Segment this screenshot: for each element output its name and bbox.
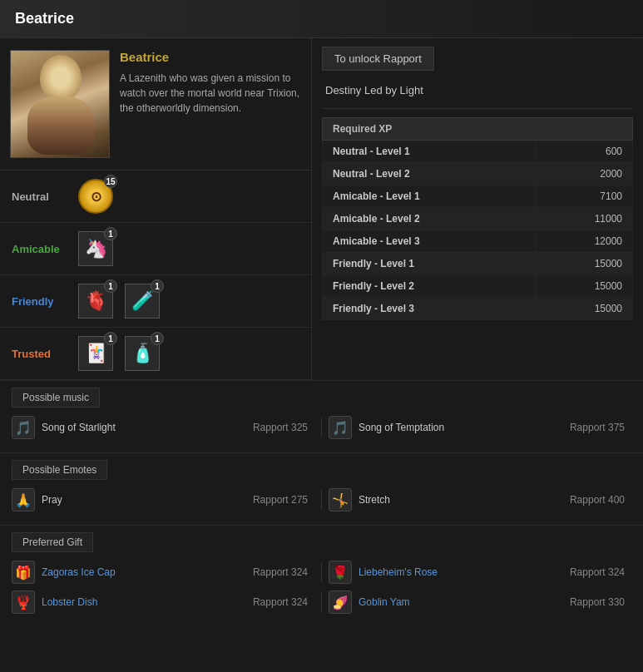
gifts-row-1: 🎁 Zagoras Ice Cap Rapport 324 🌹 Liebehei… xyxy=(12,561,631,590)
trusted-gift-2: 🧴 1 xyxy=(125,336,160,371)
neutral-label: Neutral xyxy=(12,190,70,203)
gift-name-2[interactable]: Liebeheim's Rose xyxy=(359,566,563,578)
friendly-gift-2: 🧪 1 xyxy=(125,284,160,319)
xp-table: Required XP Neutral - Level 1600Neutral … xyxy=(322,117,633,320)
music-section-header: Possible music xyxy=(12,388,100,408)
music-icon-2: 🎵 xyxy=(329,416,352,439)
neutral-gift-1: ⊙ 15 xyxy=(78,179,113,214)
trusted-gift-1-badge: 1 xyxy=(104,332,117,345)
main-layout: Beatrice A Lazenith who was given a miss… xyxy=(0,38,643,380)
xp-value-cell: 15000 xyxy=(537,275,633,298)
music-rapport-1: Rapport 325 xyxy=(253,422,308,433)
gift-rapport-4: Rapport 330 xyxy=(570,596,625,608)
character-info: Beatrice A Lazenith who was given a miss… xyxy=(120,50,301,158)
xp-table-row: Amicable - Level 211000 xyxy=(323,208,633,230)
xp-value-cell: 7100 xyxy=(537,185,633,208)
xp-table-row: Neutral - Level 1600 xyxy=(323,141,633,163)
emote-name-1: Pray xyxy=(42,494,246,506)
portrait-image xyxy=(11,51,109,157)
amicable-gift-badge: 1 xyxy=(104,227,117,240)
rapport-trusted: Trusted 🃏 1 🧴 1 xyxy=(0,328,311,380)
gift-name-1[interactable]: Zagoras Ice Cap xyxy=(42,566,246,578)
music-items-row: 🎵 Song of Starlight Rapport 325 🎵 Song o… xyxy=(12,416,631,446)
character-description: A Lazenith who was given a mission to wa… xyxy=(120,71,301,116)
gift-item-2: 🌹 Liebeheim's Rose Rapport 324 xyxy=(329,561,631,584)
xp-table-row: Amicable - Level 17100 xyxy=(323,185,633,208)
unlock-header: To unlock Rapport xyxy=(322,47,434,71)
music-section: Possible music 🎵 Song of Starlight Rappo… xyxy=(0,380,643,452)
xp-level-cell: Amicable - Level 1 xyxy=(323,185,537,208)
friendly-gift-1-badge: 1 xyxy=(104,279,117,293)
emote-divider xyxy=(321,490,322,510)
emotes-items-row: 🙏 Pray Rapport 275 🤸 Stretch Rapport 400 xyxy=(12,488,631,518)
xp-level-cell: Amicable - Level 2 xyxy=(323,208,537,230)
xp-value-cell: 15000 xyxy=(537,253,633,275)
music-name-2: Song of Temptation xyxy=(359,422,563,433)
gifts-divider-1 xyxy=(321,562,322,582)
emotes-section-header: Possible Emotes xyxy=(12,460,107,480)
rapport-amicable: Amicable 🦄 1 xyxy=(0,223,311,275)
gift-item-3: 🦞 Lobster Dish Rapport 324 xyxy=(12,590,314,614)
gift-rapport-1: Rapport 324 xyxy=(253,566,308,578)
friendly-gift-2-badge: 1 xyxy=(151,279,164,293)
emotes-section: Possible Emotes 🙏 Pray Rapport 275 🤸 Str… xyxy=(0,452,643,525)
left-panel: Beatrice A Lazenith who was given a miss… xyxy=(0,38,312,380)
right-panel: To unlock Rapport Destiny Led by Light R… xyxy=(312,38,643,380)
gift-name-3[interactable]: Lobster Dish xyxy=(42,596,246,608)
emote-rapport-1: Rapport 275 xyxy=(253,494,308,506)
friendly-gift-1: 🫀 1 xyxy=(78,284,113,319)
xp-value-cell: 2000 xyxy=(537,163,633,185)
page-header: Beatrice xyxy=(0,0,643,38)
xp-value-cell: 11000 xyxy=(537,208,633,230)
trusted-gift-1: 🃏 1 xyxy=(78,336,113,371)
xp-table-row: Friendly - Level 115000 xyxy=(323,253,633,275)
rapport-friendly: Friendly 🫀 1 🧪 1 xyxy=(0,275,311,328)
trusted-gift-2-badge: 1 xyxy=(151,332,164,345)
friendly-label: Friendly xyxy=(12,295,70,308)
gifts-section-header: Preferred Gift xyxy=(12,532,93,552)
xp-level-cell: Amicable - Level 3 xyxy=(323,230,537,253)
music-divider xyxy=(321,418,322,437)
gifts-section: Preferred Gift 🎁 Zagoras Ice Cap Rapport… xyxy=(0,525,643,627)
xp-table-row: Friendly - Level 215000 xyxy=(323,275,633,298)
amicable-label: Amicable xyxy=(12,243,70,255)
character-portrait xyxy=(10,50,110,158)
emote-name-2: Stretch xyxy=(359,494,563,506)
gift-icon-3: 🦞 xyxy=(12,590,35,614)
emote-rapport-2: Rapport 400 xyxy=(570,494,625,506)
xp-level-cell: Friendly - Level 1 xyxy=(323,253,537,275)
xp-value-cell: 15000 xyxy=(537,298,633,320)
xp-level-cell: Friendly - Level 3 xyxy=(323,298,537,320)
amicable-gift-1: 🦄 1 xyxy=(78,231,113,266)
xp-level-cell: Neutral - Level 1 xyxy=(323,141,537,163)
gift-item-1: 🎁 Zagoras Ice Cap Rapport 324 xyxy=(12,561,314,584)
gifts-divider-2 xyxy=(321,592,322,612)
music-icon-1: 🎵 xyxy=(12,416,35,439)
emote-item-1: 🙏 Pray Rapport 275 xyxy=(12,488,314,511)
trusted-label: Trusted xyxy=(12,348,70,360)
xp-table-row: Friendly - Level 315000 xyxy=(323,298,633,320)
xp-level-cell: Neutral - Level 2 xyxy=(323,163,537,185)
neutral-gift-badge: 15 xyxy=(104,175,117,188)
rapport-neutral: Neutral ⊙ 15 xyxy=(0,170,311,223)
gift-icon-4: 🍠 xyxy=(329,590,352,614)
xp-table-row: Neutral - Level 22000 xyxy=(323,163,633,185)
unlock-quest: Destiny Led by Light xyxy=(322,79,633,109)
music-name-1: Song of Starlight xyxy=(42,422,246,433)
emote-icon-1: 🙏 xyxy=(12,488,35,511)
page-title: Beatrice xyxy=(15,10,628,27)
gift-item-4: 🍠 Goblin Yam Rapport 330 xyxy=(329,590,631,614)
emote-item-2: 🤸 Stretch Rapport 400 xyxy=(329,488,631,511)
music-rapport-2: Rapport 375 xyxy=(570,422,625,433)
emote-icon-2: 🤸 xyxy=(329,488,352,511)
character-name: Beatrice xyxy=(120,50,301,64)
gift-rapport-2: Rapport 324 xyxy=(570,566,625,578)
gift-name-4[interactable]: Goblin Yam xyxy=(359,596,563,608)
xp-value-cell: 600 xyxy=(537,141,633,163)
gifts-row-2: 🦞 Lobster Dish Rapport 324 🍠 Goblin Yam … xyxy=(12,590,631,620)
xp-table-row: Amicable - Level 312000 xyxy=(323,230,633,253)
gift-icon-2: 🌹 xyxy=(329,561,352,584)
xp-level-cell: Friendly - Level 2 xyxy=(323,275,537,298)
music-item-1: 🎵 Song of Starlight Rapport 325 xyxy=(12,416,314,439)
character-section: Beatrice A Lazenith who was given a miss… xyxy=(0,38,311,170)
